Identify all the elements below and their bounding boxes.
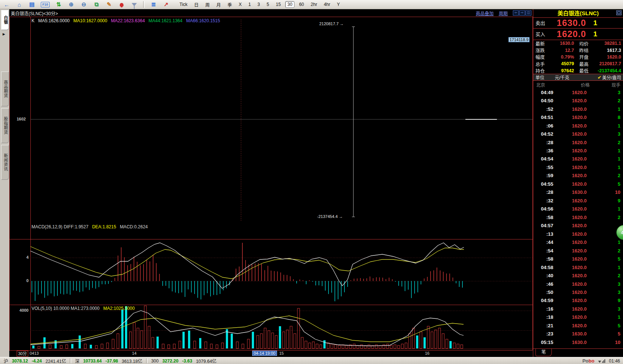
- panel-tab-row: 笔: [533, 348, 623, 357]
- unit-label: 单位: [533, 74, 555, 80]
- alarm-bell-icon[interactable]: [118, 1, 125, 8]
- tick-row: :321620.09: [533, 196, 623, 205]
- period-button-月[interactable]: 月: [214, 1, 223, 9]
- stat-row: 持仓97642最低-2137454.4: [533, 67, 623, 74]
- sidebar-tab-3[interactable]: 股指期货: [1, 108, 9, 143]
- period-link[interactable]: 周期: [499, 10, 508, 16]
- period-button-Y[interactable]: Y: [334, 1, 342, 8]
- period-button-1[interactable]: 1: [246, 1, 253, 8]
- period-button-季[interactable]: 季: [225, 1, 234, 9]
- tick-row: :131620.0: [533, 230, 623, 238]
- chart-title-bar: 美白银连(SLNC)<30分> 商品叠加 周期 ⇦⇨◫: [9, 9, 533, 17]
- tick-row: :231630.05: [533, 330, 623, 338]
- tick-row: 04:591620.09: [533, 297, 623, 305]
- bid-label: 买入: [533, 30, 550, 37]
- stat-value: 0.79%: [551, 54, 574, 60]
- copy-pages-icon[interactable]: ⧉: [93, 1, 100, 8]
- pane-split-icon[interactable]: ◫: [525, 10, 531, 16]
- sidebar-tab-arrow-icon[interactable]: ▶: [3, 32, 5, 36]
- f10-icon[interactable]: F10: [41, 2, 50, 7]
- period-button-3[interactable]: 3: [255, 1, 262, 8]
- legend-item: K: [32, 18, 34, 23]
- stat-value: 1617.3: [595, 48, 623, 53]
- tick-header-time: 北京: [533, 82, 556, 88]
- indicator-axis-label: 4: [20, 255, 29, 259]
- tick-list[interactable]: 04:491620.0304:501620.02:521620.0104:511…: [533, 88, 623, 347]
- period-button-5[interactable]: 5: [264, 1, 271, 8]
- unit-alt-value[interactable]: 美分/盎司: [602, 74, 623, 80]
- period-button-X[interactable]: X: [237, 1, 244, 8]
- zoom-out-icon[interactable]: ⊖: [80, 1, 88, 8]
- pane-left-icon[interactable]: ⇦: [513, 10, 519, 16]
- tick-row: 04:491620.03: [533, 88, 623, 96]
- tick-row: 04:551620.05: [533, 180, 623, 188]
- check-icon[interactable]: ✔: [598, 75, 601, 80]
- tick-row: 04:541620.01: [533, 155, 623, 163]
- filter-funnel-icon[interactable]: [131, 1, 138, 8]
- chart-line-icon[interactable]: ↗: [162, 1, 170, 8]
- legend-item: MACD:0.2624: [120, 224, 148, 229]
- stat-row: 涨跌12.7昨结1617.3: [533, 47, 623, 53]
- index-quote-深: 深10733.64-37.983613.18亿: [71, 358, 146, 364]
- period-button-60[interactable]: 60: [297, 1, 306, 8]
- zoom-in-icon[interactable]: ⊕: [67, 1, 75, 8]
- sidebar-tab-4[interactable]: 新闻资讯: [1, 145, 9, 180]
- stat-value: 45079: [551, 61, 574, 66]
- stat-value: 97642: [551, 68, 574, 73]
- instrument-name: 美白银连(SLNC): [533, 9, 623, 18]
- price-axis-label: 1602: [17, 117, 26, 121]
- tick-row: 04:501620.02: [533, 96, 623, 105]
- ask-qty: 1: [593, 19, 597, 27]
- bid-qty: 1: [593, 30, 597, 38]
- period-button-30[interactable]: 30: [285, 1, 294, 8]
- quote-list-icon[interactable]: ≣: [150, 1, 157, 8]
- quote-stats: 最新1630.0均价38281.1涨跌12.7昨结1617.3幅度0.79%开盘…: [533, 40, 623, 74]
- period-button-日[interactable]: 日: [192, 1, 201, 9]
- legend-item: MA10:1627.0000: [73, 18, 107, 23]
- legend-item: MA66:1620.1515: [186, 18, 220, 23]
- legend-item: MA2:1025.5000: [103, 306, 135, 311]
- tab-tick[interactable]: 笔: [535, 349, 552, 356]
- stat-row: 最新1630.0均价38281.1: [533, 40, 623, 47]
- period-button-周[interactable]: 周: [203, 1, 212, 9]
- chart-title: 美白银连(SLNC)<30分>: [9, 10, 58, 16]
- sidebar-tab-1[interactable]: 白银: [1, 10, 9, 30]
- legend-item: VOL(5,10) 10.0000 MA1:273.0000: [32, 306, 99, 311]
- stat-value: 2120817.7: [595, 61, 623, 66]
- stat-label: 持仓: [533, 67, 551, 74]
- signal-strength-icon: [598, 359, 605, 363]
- chart-area[interactable]: KMA5:1626.0000MA10:1627.0000MA22:1623.63…: [9, 17, 533, 357]
- stat-label: 涨跌: [533, 47, 551, 54]
- unit-row: 单位 元/千克 ✔ 美分/盎司: [533, 74, 623, 81]
- ask-price[interactable]: 1630.0: [550, 18, 593, 28]
- period-button-Tick[interactable]: Tick: [177, 1, 190, 8]
- refresh-icon[interactable]: ⇅: [55, 1, 62, 8]
- ask-row: 卖出 1630.0 1: [533, 17, 623, 29]
- stat-value: -2137454.4: [595, 68, 623, 73]
- back-icon[interactable]: ←: [3, 1, 10, 8]
- period-button-2hr[interactable]: 2hr: [309, 1, 319, 8]
- period-button-15[interactable]: 15: [274, 1, 283, 8]
- restore-window-icon[interactable]: [616, 10, 622, 15]
- tick-row: :281630.010: [533, 188, 623, 196]
- home-icon[interactable]: ⌂: [16, 1, 23, 8]
- stat-row: 总手45079最高2120817.7: [533, 60, 623, 67]
- tick-header-price: 价格: [556, 82, 590, 88]
- book-icon[interactable]: ▤: [28, 1, 36, 8]
- stat-label: 开盘: [574, 53, 595, 60]
- period-button-4hr[interactable]: 4hr: [322, 1, 332, 8]
- tick-row: :161620.03: [533, 305, 623, 313]
- overlay-commodity-link[interactable]: 商品叠加: [476, 10, 494, 16]
- stat-label: 幅度: [533, 53, 551, 60]
- kline-legend: KMA5:1626.0000MA10:1627.0000MA22:1623.63…: [32, 18, 220, 23]
- edit-icon[interactable]: ✎: [105, 1, 113, 8]
- stat-value: 38281.1: [595, 41, 623, 46]
- stat-label: 均价: [574, 40, 595, 47]
- bid-price[interactable]: 1620.0: [550, 29, 593, 39]
- pane-right-icon[interactable]: ⇨: [519, 10, 525, 16]
- tick-row: :281620.02: [533, 138, 623, 146]
- ask-label: 卖出: [533, 19, 550, 26]
- sidebar-tab-2[interactable]: 商品期货: [1, 72, 9, 106]
- sidebar-tabstrip: 白银▶商品期货股指期货新闻资讯: [0, 9, 10, 357]
- period-indicator-box[interactable]: 30分: [17, 351, 28, 357]
